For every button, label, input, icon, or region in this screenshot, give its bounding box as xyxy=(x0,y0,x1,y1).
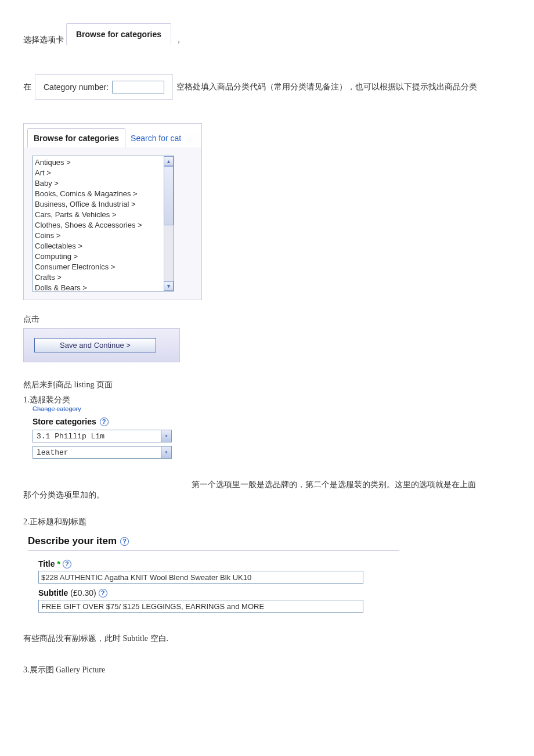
category-number-image: Category number: xyxy=(35,74,173,100)
store-category-brand-value: 3.1 Phillip Lim xyxy=(33,432,161,441)
subtitle-field-block: Subtitle (£0.30) ? xyxy=(38,588,511,613)
category-list: Antiques > Art > Baby > Books, Comics & … xyxy=(33,156,174,291)
para-step-1: 1.选服装分类 xyxy=(23,395,511,405)
para-step-2: 2.正标题和副标题 xyxy=(23,517,511,527)
category-item[interactable]: Dolls & Bears > xyxy=(35,283,171,291)
title-label: Title xyxy=(38,559,55,568)
help-icon[interactable]: ? xyxy=(63,560,71,568)
intro-prefix-2: 在 xyxy=(23,82,31,92)
browse-tabs-row: Browse for categories Search for cat xyxy=(24,124,201,147)
store-categories-heading: Store categories xyxy=(33,417,96,426)
subtitle-label: Subtitle xyxy=(38,588,68,597)
help-icon[interactable]: ? xyxy=(100,417,109,426)
category-item[interactable]: Baby > xyxy=(35,178,171,189)
para-no-subtitle: 有些商品没有副标题，此时 Subtitle 空白. xyxy=(23,633,511,644)
scroll-thumb[interactable] xyxy=(164,166,174,225)
category-listbox[interactable]: Antiques > Art > Baby > Books, Comics & … xyxy=(32,156,174,291)
intro-suffix-2: 空格处填入商品分类代码（常用分类请见备注），也可以根据以下提示找出商品分类 xyxy=(176,82,477,92)
para-step-3: 3.展示图 Gallery Picture xyxy=(23,665,511,675)
subtitle-label-row: Subtitle (£0.30) ? xyxy=(38,588,511,597)
required-star-icon: * xyxy=(57,559,60,568)
intro-line-1: 选择选项卡 Browse for categories ， xyxy=(23,23,511,45)
tab-browse-categories[interactable]: Browse for categories xyxy=(27,128,125,147)
category-number-input[interactable] xyxy=(112,81,164,93)
browse-categories-tab-image: Browse for categories xyxy=(66,23,171,45)
para-note-1a: 第一个选项里一般是选品牌的，第二个是选服装的类别。这里的选项就是在上面 xyxy=(23,480,511,490)
describe-item-heading: Describe your item xyxy=(28,535,117,547)
category-listbox-wrap: Antiques > Art > Baby > Books, Comics & … xyxy=(24,147,201,300)
category-item[interactable]: Business, Office & Industrial > xyxy=(35,199,171,210)
category-item[interactable]: Collectables > xyxy=(35,241,171,251)
category-item[interactable]: Cars, Parts & Vehicles > xyxy=(35,210,171,220)
category-item[interactable]: Computing > xyxy=(35,251,171,262)
store-category-type-dropdown[interactable]: leather ▾ xyxy=(33,446,172,459)
scroll-up-icon[interactable]: ▴ xyxy=(164,156,174,166)
browse-categories-panel: Browse for categories Search for cat Ant… xyxy=(23,123,202,300)
category-number-label: Category number: xyxy=(44,82,109,92)
store-categories-heading-row: Store categories ? xyxy=(33,417,172,426)
listbox-scrollbar[interactable]: ▴ ▾ xyxy=(164,156,174,291)
para-listing-page: 然后来到商品 listing 页面 xyxy=(23,380,511,390)
category-item[interactable]: Art > xyxy=(35,168,171,178)
tab-search-categories[interactable]: Search for cat xyxy=(125,128,186,147)
subtitle-price: (£0.30) xyxy=(70,588,96,597)
intro-suffix-1: ， xyxy=(175,35,183,45)
help-icon[interactable]: ? xyxy=(120,537,129,546)
save-continue-button[interactable]: Save and Continue > xyxy=(34,338,156,352)
change-category-link[interactable]: Change category xyxy=(33,405,511,412)
scroll-down-icon[interactable]: ▾ xyxy=(164,281,174,291)
category-item[interactable]: Clothes, Shoes & Accessories > xyxy=(35,220,171,231)
category-item[interactable]: Consumer Electronics > xyxy=(35,262,171,272)
click-label: 点击 xyxy=(23,314,511,325)
store-category-brand-dropdown[interactable]: 3.1 Phillip Lim ▾ xyxy=(33,430,172,442)
help-icon[interactable]: ? xyxy=(99,589,107,597)
para-note-1b: 那个分类选项里加的。 xyxy=(23,490,511,501)
subtitle-input[interactable] xyxy=(38,600,363,613)
title-field-block: Title * ? xyxy=(38,559,511,584)
title-input[interactable] xyxy=(38,571,363,584)
intro-line-2: 在 Category number: 空格处填入商品分类代码（常用分类请见备注）… xyxy=(23,74,511,100)
divider xyxy=(28,550,399,551)
category-item[interactable]: Antiques > xyxy=(35,157,171,168)
chevron-down-icon[interactable]: ▾ xyxy=(161,430,171,442)
category-item[interactable]: Books, Comics & Magazines > xyxy=(35,189,171,199)
chevron-down-icon[interactable]: ▾ xyxy=(161,447,171,458)
store-categories-panel: Store categories ? 3.1 Phillip Lim ▾ lea… xyxy=(33,417,172,459)
store-category-type-value: leather xyxy=(33,448,161,457)
category-item[interactable]: Coins > xyxy=(35,231,171,241)
para-note-block: 第一个选项里一般是选品牌的，第二个是选服装的类别。这里的选项就是在上面 那个分类… xyxy=(23,480,511,501)
category-item[interactable]: Crafts > xyxy=(35,272,171,283)
browse-categories-tab-label: Browse for categories xyxy=(76,30,161,39)
save-continue-panel: Save and Continue > xyxy=(23,328,180,362)
intro-prefix-1: 选择选项卡 xyxy=(23,35,64,45)
describe-item-heading-row: Describe your item ? xyxy=(28,535,511,547)
title-label-row: Title * ? xyxy=(38,559,511,568)
